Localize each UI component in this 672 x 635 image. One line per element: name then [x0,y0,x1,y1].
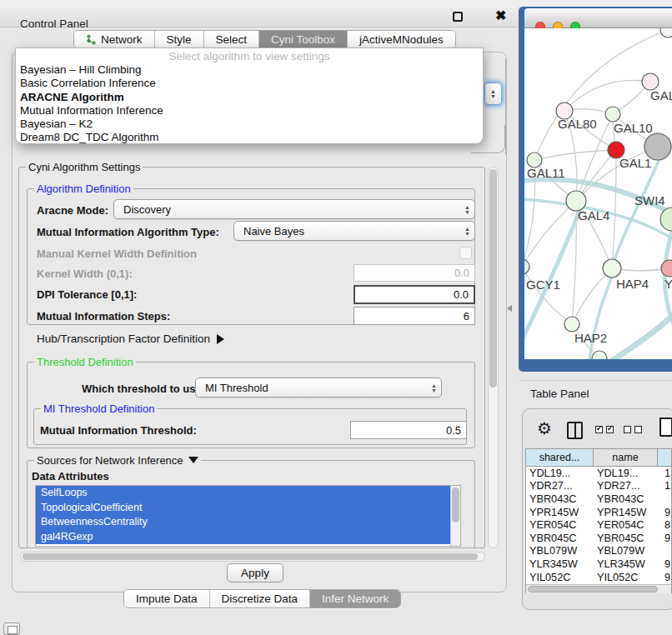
table-cell: YPR145W [526,507,594,518]
manual-kernel-width-checkbox[interactable] [459,247,472,259]
spinner-arrows-icon: ▲▼ [464,227,470,236]
spinner-arrows-icon: ▲▼ [431,383,437,392]
network-window-titlebar[interactable] [524,8,672,28]
tab-network[interactable]: Network [74,31,155,48]
group-title: Cyni Algorithm Settings [26,161,143,173]
attribute-item[interactable]: TopologicalCoefficient [36,501,460,516]
control-panel-header: Control Panel [0,7,517,28]
group-title: Algorithm Definition [34,182,133,195]
sources-collapser[interactable]: Sources for Network Inference [34,454,201,467]
table-cell: YPR145W [594,507,658,518]
algorithm-option[interactable]: ARACNE Algorithm [16,91,483,104]
mi-steps-field[interactable]: 6 [354,307,475,325]
algorithm-option[interactable]: Basic Correlation Inference [16,77,483,90]
table-row[interactable]: YBR043CYBR043C [526,492,671,506]
algorithm-option[interactable]: Dream8 DC_TDC Algorithm [16,131,483,144]
network-node-hap2[interactable] [564,317,579,332]
table-header-row: shared...nameA [526,449,671,467]
network-node-swi4[interactable] [660,208,672,231]
kernel-width-field[interactable]: 0.0 [354,264,475,282]
node-label: GAL4 [578,208,609,222]
window-top-strip [0,0,672,7]
tab-label: Select [216,33,248,46]
node-label: SWI4 [634,193,665,208]
settings-vertical-scrollbar[interactable] [488,167,499,548]
tab-label: Infer Network [322,592,389,605]
table-row[interactable]: YPR145WYPR145W9. [526,506,671,519]
column-header[interactable]: shared... [526,449,594,466]
node-label: GAL11 [527,166,565,180]
tab-select[interactable]: Select [204,31,260,48]
column-header[interactable]: A [658,449,672,466]
tab-cyni-toolbox[interactable]: Cyni Toolbox [259,31,348,48]
panel-title: Control Panel [20,18,88,30]
table-cell: 9. [658,572,672,583]
table-cell: YDR27... [594,480,658,492]
column-browser-icon[interactable] [567,422,583,439]
split-pane-collapse-icon[interactable] [507,305,512,312]
tab-style[interactable]: Style [155,31,204,48]
select-all-columns-icon[interactable] [595,426,614,433]
attribute-item[interactable]: BetweennessCentrality [36,515,460,530]
network-node-hap4[interactable] [603,259,621,278]
column-header[interactable]: name [594,449,658,466]
hub-definition-expander[interactable]: Hub/Transcription Factor Definition [37,332,224,345]
settings-horizontal-scrollbar[interactable] [20,552,485,562]
table-cell: YER054C [526,519,594,531]
algorithm-option[interactable]: Bayesian – Hill Climbing [16,63,483,77]
algorithm-option[interactable]: Bayesian – K2 [16,118,483,131]
table-row[interactable]: YBL079WYBL079W [526,545,671,558]
minimized-panel-icon[interactable] [3,622,20,635]
tab-infer-network[interactable]: Infer Network [310,590,400,608]
tab-label: Discretize Data [222,592,298,605]
table-panel-title: Table Panel [530,388,589,400]
attribute-item[interactable]: SelfLoops [36,486,460,501]
mi-threshold-field[interactable]: 0.5 [350,421,467,439]
attributes-scrollbar[interactable] [450,486,460,546]
apply-button[interactable]: Apply [227,563,283,582]
mi-steps-label: Mutual Information Steps: [37,310,170,322]
tab-label: Impute Data [136,592,198,605]
network-node-gal10[interactable] [605,107,620,122]
close-icon[interactable]: ✖ [495,8,506,23]
table-row[interactable]: YIL052CYIL052C9. [526,571,671,584]
deselect-all-columns-icon[interactable] [624,426,642,433]
tab-jactivemnodules[interactable]: jActiveMNodules [348,31,455,48]
attribute-item[interactable]: gal4RGexp [36,530,460,545]
network-node-gal[interactable] [642,73,659,90]
table-cell: YLR345W [594,558,658,570]
table-row[interactable]: YDL19...YDL19...13 [526,467,671,480]
kernel-width-label: Kernel Width (0,1): [37,268,133,280]
node-label: GAL80 [558,117,597,131]
dpi-tolerance-field[interactable]: 0.0 [354,285,475,304]
table-row[interactable]: YLR345WYLR345W9. [526,558,671,571]
network-view[interactable]: GAL80GAL10GAL1GAL11GAL4SWI4GCY1HAP4YHAP2… [524,28,672,359]
table-horizontal-scrollbar[interactable] [526,584,671,593]
node-label: GAL1 [619,156,651,170]
mi-threshold-label: Mutual Information Threshold: [40,424,197,437]
algorithm-option[interactable]: Mutual Information Inference [16,104,483,118]
obscured-algorithm-combo-spinner[interactable]: ▲▼ [484,82,502,105]
network-node-gcy1[interactable] [524,259,529,274]
table-row[interactable]: YER054CYER054C8. [526,518,671,532]
table-cell: YDR27... [526,480,594,492]
table-row[interactable]: YDR27...YDR27...12 [526,480,671,493]
table-cell: 9. [658,507,672,518]
tab-label: Cyni Toolbox [271,33,335,46]
which-threshold-label: Which threshold to use: [82,382,205,395]
node-label: HAP4 [616,277,649,291]
node-label: GAL10 [614,121,653,135]
network-node[interactable] [660,28,672,38]
export-table-icon[interactable] [659,418,672,437]
tab-discretize-data[interactable]: Discretize Data [210,590,311,608]
network-node[interactable] [592,351,607,359]
which-threshold-select[interactable]: MI Threshold ▲▼ [195,378,442,398]
aracne-mode-select[interactable]: Discovery ▲▼ [113,199,475,219]
float-window-icon[interactable] [453,12,463,22]
settings-gear-icon[interactable]: ⚙ [537,419,552,438]
tab-impute-data[interactable]: Impute Data [124,590,210,608]
table-cell: YBR043C [594,493,658,505]
mi-algorithm-type-select[interactable]: Naive Bayes ▲▼ [233,221,475,241]
hub-definition-label: Hub/Transcription Factor Definition [37,332,210,345]
table-row[interactable]: YBR045CYBR045C9. [526,532,671,545]
